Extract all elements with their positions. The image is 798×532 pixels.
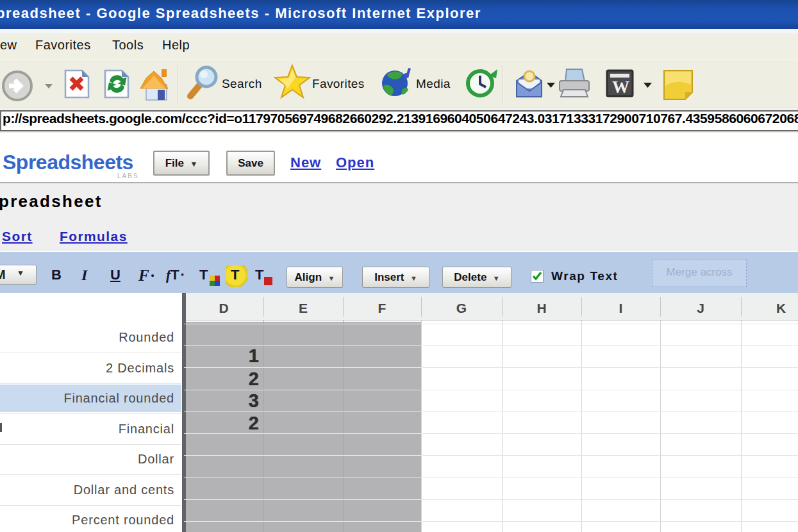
svg-text:W: W xyxy=(612,78,629,97)
